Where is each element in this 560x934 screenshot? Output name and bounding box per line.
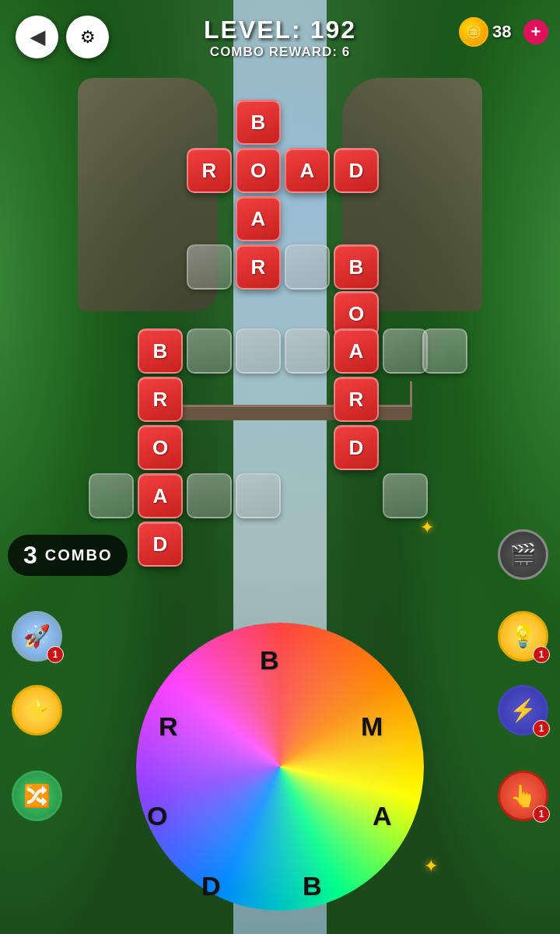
star-button[interactable]: ⭐ bbox=[12, 685, 62, 736]
tile-R-row5-left: R bbox=[138, 377, 183, 422]
bulb-icon: 💡 bbox=[509, 623, 537, 649]
combo-badge: 3 COMBO bbox=[8, 535, 128, 576]
coin-counter: 🪙 38 + bbox=[459, 17, 548, 47]
lightning-icon: ⚡ bbox=[509, 697, 537, 723]
circle-letter-M[interactable]: M bbox=[361, 711, 383, 742]
circle-letter-B[interactable]: B bbox=[260, 645, 279, 676]
tile-B-row0: B bbox=[236, 100, 281, 145]
tile-D-row6: D bbox=[334, 425, 379, 470]
tile-B-row4: B bbox=[138, 328, 183, 374]
tile-A-row4: A bbox=[334, 328, 379, 374]
tile-O-row6: O bbox=[138, 425, 183, 470]
finger-badge: 1 bbox=[533, 806, 550, 823]
star-icon: ⭐ bbox=[23, 697, 51, 723]
circle-letter-B2[interactable]: B bbox=[303, 871, 322, 901]
tile-R-row3: R bbox=[236, 244, 281, 290]
circle-letter-D[interactable]: D bbox=[201, 871, 221, 901]
tile-B-row3: B bbox=[334, 244, 379, 290]
tile-D-row1: D bbox=[334, 148, 379, 193]
letter-circle-inner bbox=[142, 629, 418, 904]
circle-letter-R[interactable]: R bbox=[159, 711, 178, 742]
shuffle-button[interactable]: 🔀 bbox=[12, 771, 62, 821]
tile-empty-row3-1 bbox=[187, 244, 232, 290]
finger-button[interactable]: 👆 1 bbox=[498, 771, 548, 821]
combo-number: 3 bbox=[23, 541, 37, 570]
tile-empty-row7-3 bbox=[236, 473, 281, 518]
circle-letter-O[interactable]: O bbox=[147, 801, 167, 831]
star-decoration-2: ✦ bbox=[424, 856, 438, 876]
settings-button[interactable]: ⚙ bbox=[66, 16, 109, 58]
hint-badge: 1 bbox=[533, 646, 550, 663]
tile-empty-row4-1 bbox=[187, 328, 232, 374]
shuffle-icon: 🔀 bbox=[23, 783, 51, 809]
video-button[interactable]: 🎬 bbox=[498, 529, 548, 580]
rocket-badge: 1 bbox=[47, 646, 64, 663]
lightning-button[interactable]: ⚡ 1 bbox=[498, 685, 548, 736]
combo-label: COMBO bbox=[45, 546, 113, 564]
tile-A-row1: A bbox=[285, 148, 330, 193]
tile-empty-row4-2 bbox=[236, 328, 281, 374]
back-button[interactable]: ◀ bbox=[16, 16, 58, 58]
tile-empty-row4-5 bbox=[383, 328, 428, 374]
letter-circle[interactable]: B R M O A D B bbox=[136, 623, 424, 911]
tile-empty-row7-0 bbox=[89, 473, 134, 518]
tile-empty-row4-6 bbox=[422, 328, 467, 374]
coin-icon: 🪙 bbox=[459, 17, 488, 47]
coin-count: 38 bbox=[492, 22, 520, 42]
tile-empty-row7-2 bbox=[187, 473, 232, 518]
finger-icon: 👆 bbox=[509, 783, 537, 809]
tile-empty-row4-3 bbox=[285, 328, 330, 374]
settings-icon: ⚙ bbox=[80, 27, 96, 47]
tile-R-row5-right: R bbox=[334, 377, 379, 422]
tile-empty-row7-5 bbox=[383, 473, 428, 518]
tile-A-row2: A bbox=[236, 196, 281, 241]
game-ui: LEVEL: 192 COMBO REWARD: 6 ◀ ⚙ 🪙 38 + B … bbox=[0, 0, 560, 934]
add-icon: + bbox=[531, 22, 541, 42]
star-decoration-1: ✦ bbox=[420, 518, 434, 538]
add-coin-button[interactable]: + bbox=[523, 19, 548, 44]
video-icon: 🎬 bbox=[509, 542, 537, 567]
lightning-badge: 1 bbox=[533, 720, 550, 737]
back-icon: ◀ bbox=[30, 26, 44, 48]
tile-D-row8: D bbox=[138, 521, 183, 567]
tile-A-row7: A bbox=[138, 473, 183, 518]
tile-R-row1: R bbox=[187, 148, 232, 193]
tile-empty-row3-3 bbox=[285, 244, 330, 290]
tile-O-row1: O bbox=[236, 148, 281, 193]
hint-button[interactable]: 💡 1 bbox=[498, 611, 548, 662]
rocket-icon: 🚀 bbox=[23, 623, 51, 649]
circle-letter-A[interactable]: A bbox=[373, 801, 392, 831]
rocket-button[interactable]: 🚀 1 bbox=[12, 611, 62, 662]
